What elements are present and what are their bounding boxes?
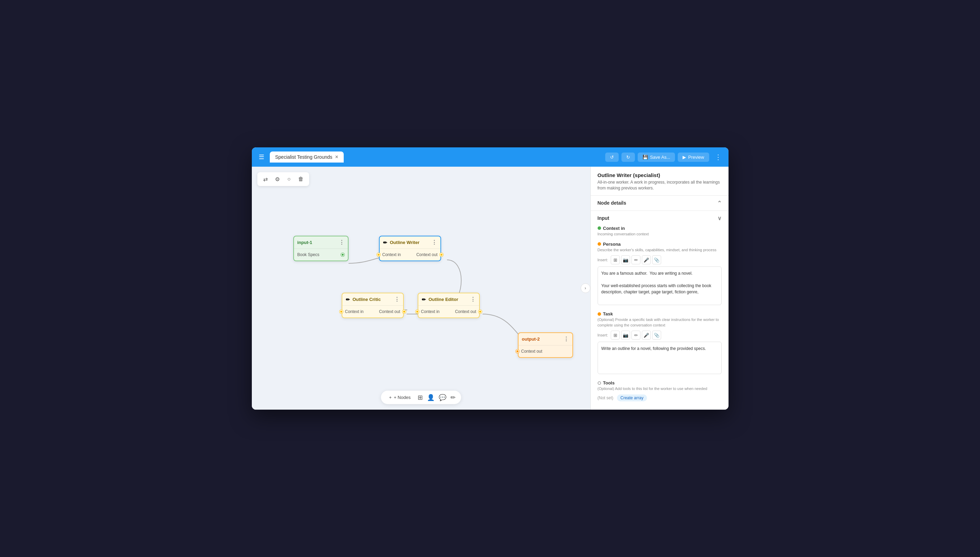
undo-icon: ↺ xyxy=(610,155,614,160)
node-outline-critic-body: Context in Context out xyxy=(342,306,403,318)
canvas-area[interactable]: ⇄ ⚙ ○ 🗑 › xyxy=(252,167,590,410)
book-specs-port xyxy=(341,253,345,256)
active-tab[interactable]: Specialist Testing Grounds × xyxy=(270,151,344,163)
persona-textarea[interactable]: You are a famous author. You are writing… xyxy=(598,266,722,305)
insert-mic-btn[interactable]: 🎤 xyxy=(642,256,651,264)
tools-row: (Not set) Create array xyxy=(598,394,722,401)
node-input-1[interactable]: input-1 ⋮ Book Specs xyxy=(293,236,348,261)
tools-dot xyxy=(598,381,601,385)
panel-subtitle: All-in-one worker. A work in progress, i… xyxy=(598,179,722,191)
outline-critic-icon: ✏ xyxy=(346,297,350,302)
persona-label-row: Persona xyxy=(598,241,722,247)
add-nodes-button[interactable]: + + Nodes xyxy=(386,393,413,401)
input-section-header[interactable]: Input ∨ xyxy=(591,211,728,226)
plus-icon: + xyxy=(389,395,392,400)
task-dot xyxy=(598,312,601,316)
grid-icon[interactable]: ⊞ xyxy=(418,394,423,401)
outline-editor-port-out xyxy=(479,310,482,313)
task-insert-label: Insert: xyxy=(598,333,608,337)
context-in-group: Context in Incoming conversation context xyxy=(598,226,722,237)
node-outline-editor-header: ✏ Outline Editor ⋮ xyxy=(418,293,479,306)
edit-icon[interactable]: ✏ xyxy=(451,394,456,401)
persona-desc: Describe the worker's skills, capabiliti… xyxy=(598,248,722,252)
create-array-button[interactable]: Create array xyxy=(617,394,647,401)
node-outline-writer-header: ✏ Outline Writer ⋮ xyxy=(380,236,441,249)
user-icon[interactable]: 👤 xyxy=(427,394,434,401)
node-outline-critic[interactable]: ✏ Outline Critic ⋮ Context in Context ou… xyxy=(341,293,404,318)
input-section: Input ∨ Context in Incoming conversation… xyxy=(591,211,728,410)
redo-button[interactable]: ↻ xyxy=(621,153,635,162)
more-options-button[interactable]: ⋮ xyxy=(712,151,724,163)
node-outline-editor-menu[interactable]: ⋮ xyxy=(470,296,476,303)
save-icon: 💾 xyxy=(642,155,648,160)
context-in-label: Context in xyxy=(603,226,625,231)
outline-editor-port-in xyxy=(416,310,419,313)
node-outline-writer-body: Context in Context out xyxy=(380,249,441,261)
outline-writer-icon: ✏ xyxy=(383,240,387,245)
panel-title: Outline Writer (specialist) xyxy=(598,172,722,178)
persona-label: Persona xyxy=(603,241,621,247)
chat-icon[interactable]: 💬 xyxy=(439,394,446,401)
output2-port xyxy=(516,350,519,353)
task-group: Task (Optional) Provide a specific task … xyxy=(598,311,722,375)
menu-icon: ☰ xyxy=(259,153,264,161)
context-in-dot xyxy=(598,226,601,230)
task-insert-image-btn[interactable]: ⊞ xyxy=(611,331,620,340)
insert-camera-btn[interactable]: 📷 xyxy=(621,256,630,264)
delete-tool[interactable]: 🗑 xyxy=(296,174,306,184)
node-outline-editor[interactable]: ✏ Outline Editor ⋮ Context in Context ou… xyxy=(418,293,480,318)
tools-group: Tools (Optional) Add tools to this list … xyxy=(598,380,722,401)
context-in-desc: Incoming conversation context xyxy=(598,231,722,237)
persona-group: Persona Describe the worker's skills, ca… xyxy=(598,241,722,306)
task-insert-pen-btn[interactable]: ✏ xyxy=(632,331,640,340)
task-insert-attach-btn[interactable]: 📎 xyxy=(652,331,661,340)
node-outline-critic-header: ✏ Outline Critic ⋮ xyxy=(342,293,403,306)
persona-insert-label: Insert: xyxy=(598,258,608,262)
node-input-1-port-row: Book Specs xyxy=(297,252,345,257)
tools-label-row: Tools xyxy=(598,380,722,386)
outline-critic-port-out xyxy=(402,310,406,313)
node-output-2-body: Context out xyxy=(518,345,572,357)
book-specs-port-label: Book Specs xyxy=(297,252,320,257)
node-output-2-menu[interactable]: ⋮ xyxy=(564,336,569,342)
task-textarea[interactable]: Write an outline for a novel, following … xyxy=(598,342,722,374)
node-output-2-port-row: Context out xyxy=(522,349,569,354)
task-insert-camera-btn[interactable]: 📷 xyxy=(621,331,630,340)
input-section-body: Context in Incoming conversation context… xyxy=(591,226,728,410)
tools-desc: (Optional) Add tools to this list for th… xyxy=(598,386,722,391)
input-section-chevron: ∨ xyxy=(717,215,722,221)
preview-icon: ▶ xyxy=(683,155,686,160)
node-outline-editor-body: Context in Context out xyxy=(418,306,479,318)
collapse-panel-button[interactable]: › xyxy=(581,283,590,293)
task-insert-toolbar: Insert: ⊞ 📷 ✏ 🎤 📎 xyxy=(598,331,722,340)
insert-attach-btn[interactable]: 📎 xyxy=(652,256,661,264)
node-outline-critic-port-row: Context in Context out xyxy=(346,309,400,314)
insert-image-btn[interactable]: ⊞ xyxy=(611,256,620,264)
tools-not-set: (Not set) xyxy=(598,396,614,400)
context-in-label-row: Context in xyxy=(598,226,722,231)
connect-tool[interactable]: ⚙ xyxy=(273,174,282,184)
zoom-tool[interactable]: ○ xyxy=(284,174,294,184)
node-outline-writer[interactable]: ✏ Outline Writer ⋮ Context in Context ou… xyxy=(379,236,441,261)
node-outline-critic-menu[interactable]: ⋮ xyxy=(394,296,400,303)
menu-button[interactable]: ☰ xyxy=(256,151,267,163)
save-as-button[interactable]: 💾 Save As... xyxy=(638,153,675,162)
undo-button[interactable]: ↺ xyxy=(605,153,619,162)
node-outline-writer-menu[interactable]: ⋮ xyxy=(431,239,437,246)
task-desc: (Optional) Provide a specific task with … xyxy=(598,317,722,328)
node-input-1-body: Book Specs xyxy=(294,249,348,261)
node-details-header[interactable]: Node details ⌃ xyxy=(591,195,728,210)
node-input-1-menu[interactable]: ⋮ xyxy=(339,239,345,246)
preview-button[interactable]: ▶ Preview xyxy=(678,153,709,162)
main-content: ⇄ ⚙ ○ 🗑 › xyxy=(252,167,728,410)
right-panel: Outline Writer (specialist) All-in-one w… xyxy=(590,167,728,410)
node-output-2[interactable]: output-2 ⋮ Context out xyxy=(518,332,573,358)
task-insert-mic-btn[interactable]: 🎤 xyxy=(642,331,651,340)
redo-icon: ↻ xyxy=(626,155,630,160)
node-outline-editor-port-row: Context in Context out xyxy=(422,309,476,314)
connectors-svg xyxy=(252,167,590,410)
tab-close-button[interactable]: × xyxy=(335,154,338,160)
pan-tool[interactable]: ⇄ xyxy=(261,174,271,184)
insert-pen-btn[interactable]: ✏ xyxy=(632,256,640,264)
persona-dot xyxy=(598,242,601,246)
